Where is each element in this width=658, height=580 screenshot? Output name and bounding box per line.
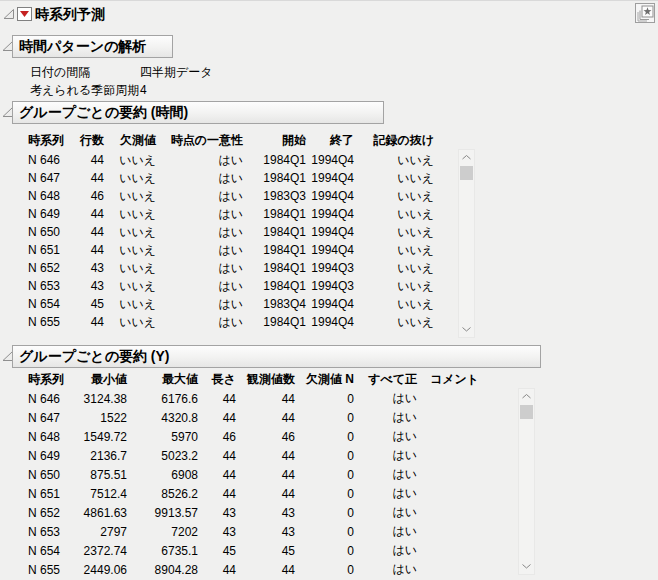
- cell: いいえ: [106, 151, 158, 169]
- column-header: 時系列: [13, 369, 73, 389]
- section-header-group-summary-time[interactable]: グループごとの要約 (時間): [12, 101, 384, 124]
- cell: はい: [158, 295, 245, 313]
- column-header: 最小値: [73, 369, 129, 389]
- kv-label: 日付の間隔: [30, 64, 140, 81]
- cell: 46: [200, 427, 238, 446]
- kv-label: 考えられる季節周期: [30, 82, 140, 99]
- table-row[interactable]: N 65044いいえはい1984Q11994Q4いいえ: [13, 223, 436, 241]
- cell: 875.51: [73, 465, 129, 484]
- cell: いいえ: [356, 169, 436, 187]
- scroll-up-button[interactable]: [519, 389, 534, 404]
- cell: 6735.1: [129, 541, 200, 560]
- table-row[interactable]: N 6492136.75023.244440はい: [13, 446, 479, 465]
- table-row[interactable]: N 6481549.72597046460はい: [13, 427, 479, 446]
- table-row[interactable]: N 65544いいえはい1984Q11994Q4いいえ: [13, 313, 436, 331]
- table-row[interactable]: N 64644いいえはい1984Q11994Q4いいえ: [13, 151, 436, 169]
- cell: いいえ: [106, 223, 158, 241]
- column-header: すべて正: [356, 369, 419, 389]
- cell: [419, 541, 479, 560]
- scrollbar-thumb[interactable]: [520, 405, 533, 419]
- red-triangle-menu-button[interactable]: [17, 7, 32, 21]
- cell: 0: [297, 465, 356, 484]
- table-row[interactable]: N 65445いいえはい1983Q41994Q4いいえ: [13, 295, 436, 313]
- column-header: 記録の抜け: [356, 130, 436, 151]
- cell: いいえ: [106, 169, 158, 187]
- table-row[interactable]: N 65243いいえはい1984Q11994Q3いいえ: [13, 259, 436, 277]
- group-summary-time-table: 時系列行数欠測値時点の一意性開始終了記録の抜けN 64644いいえはい1984Q…: [13, 130, 436, 331]
- cell: 1984Q1: [245, 241, 308, 259]
- column-header: 時点の一意性: [158, 130, 245, 151]
- cell: 44: [73, 151, 106, 169]
- cell: はい: [158, 277, 245, 295]
- scroll-down-button[interactable]: [459, 322, 474, 337]
- report-window: 時系列予測 時間パターンの解析 日付の間隔四半期データ 考えられる季節周期4 グ…: [0, 0, 658, 580]
- cell: はい: [356, 560, 419, 579]
- cell: N 648: [13, 427, 73, 446]
- cell: はい: [158, 205, 245, 223]
- table-row[interactable]: N 6517512.48526.244440はい: [13, 484, 479, 503]
- section-header-time-pattern[interactable]: 時間パターンの解析: [12, 35, 173, 58]
- cell: 44: [238, 484, 297, 503]
- cell: はい: [356, 522, 419, 541]
- cell: 8526.2: [129, 484, 200, 503]
- cell: 44: [73, 223, 106, 241]
- cell: はい: [158, 169, 245, 187]
- section-title: 時間パターンの解析: [19, 38, 146, 54]
- table-row[interactable]: N 6552449.068904.2844440はい: [13, 560, 479, 579]
- cell: いいえ: [356, 187, 436, 205]
- scroll-up-button[interactable]: [459, 150, 474, 165]
- cell: 6176.6: [129, 389, 200, 408]
- cell: N 654: [13, 541, 73, 560]
- cell: N 649: [13, 205, 73, 223]
- cell: 46: [73, 187, 106, 205]
- cell: いいえ: [106, 205, 158, 223]
- cell: 5023.2: [129, 446, 200, 465]
- cell: 1549.72: [73, 427, 129, 446]
- cell: 4861.63: [73, 503, 129, 522]
- cell: N 654: [13, 295, 73, 313]
- cell: N 647: [13, 169, 73, 187]
- disclosure-triangle-icon[interactable]: [3, 8, 15, 20]
- column-header: 欠測値: [106, 130, 158, 151]
- cell: いいえ: [106, 277, 158, 295]
- cell: 44: [73, 313, 106, 331]
- bookmark-star-button[interactable]: [635, 3, 655, 23]
- cell: 1994Q4: [308, 241, 356, 259]
- cell: いいえ: [106, 187, 158, 205]
- cell: いいえ: [356, 151, 436, 169]
- cell: N 651: [13, 241, 73, 259]
- vertical-scrollbar[interactable]: [458, 149, 475, 338]
- cell: いいえ: [356, 295, 436, 313]
- cell: 1984Q1: [245, 313, 308, 331]
- cell: 44: [73, 241, 106, 259]
- cell: 1984Q1: [245, 223, 308, 241]
- table-row[interactable]: N 64715224320.844440はい: [13, 408, 479, 427]
- table-row[interactable]: N 6542372.746735.145450はい: [13, 541, 479, 560]
- cell: はい: [356, 389, 419, 408]
- cell: 44: [238, 560, 297, 579]
- scroll-down-button[interactable]: [519, 559, 534, 574]
- cell: 1994Q3: [308, 277, 356, 295]
- table-row[interactable]: N 65144いいえはい1984Q11994Q4いいえ: [13, 241, 436, 259]
- table-row[interactable]: N 6463124.386176.644440はい: [13, 389, 479, 408]
- cell: 2449.06: [73, 560, 129, 579]
- table-row[interactable]: N 64846いいえはい1983Q31994Q4いいえ: [13, 187, 436, 205]
- cell: 0: [297, 503, 356, 522]
- cell: いいえ: [106, 259, 158, 277]
- scrollbar-thumb[interactable]: [460, 166, 473, 180]
- cell: 0: [297, 446, 356, 465]
- cell: N 655: [13, 560, 73, 579]
- table-row[interactable]: N 650875.51690844440はい: [13, 465, 479, 484]
- report-title: 時系列予測: [35, 6, 105, 24]
- table-row[interactable]: N 64744いいえはい1984Q11994Q4いいえ: [13, 169, 436, 187]
- table-row[interactable]: N 65343いいえはい1984Q11994Q3いいえ: [13, 277, 436, 295]
- table-row[interactable]: N 64944いいえはい1984Q11994Q4いいえ: [13, 205, 436, 223]
- table-row[interactable]: N 6532797720243430はい: [13, 522, 479, 541]
- cell: いいえ: [106, 313, 158, 331]
- cell: 44: [200, 465, 238, 484]
- section-header-group-summary-y[interactable]: グループごとの要約 (Y): [12, 345, 541, 368]
- vertical-scrollbar[interactable]: [518, 388, 535, 575]
- table-row[interactable]: N 6524861.639913.5743430はい: [13, 503, 479, 522]
- cell: 6908: [129, 465, 200, 484]
- cell: 1994Q4: [308, 169, 356, 187]
